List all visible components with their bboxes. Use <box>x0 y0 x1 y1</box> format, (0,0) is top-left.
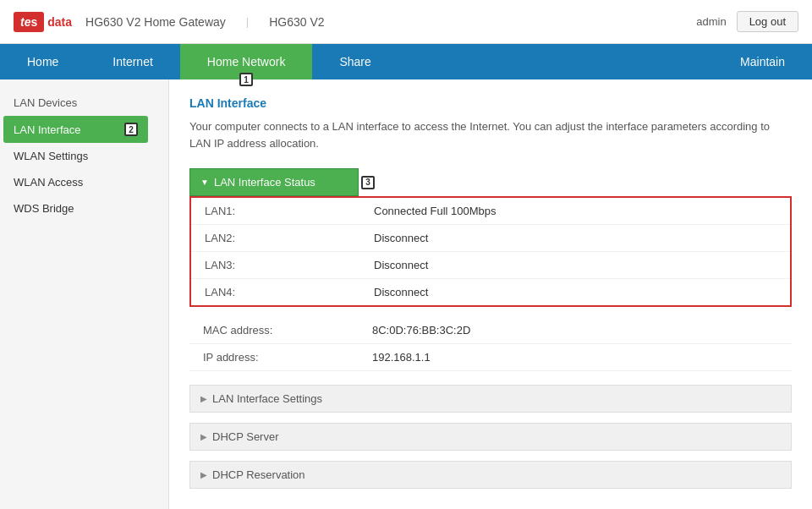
layout: LAN Devices LAN Interface 2 WLAN Setting… <box>0 79 812 509</box>
sidebar-badge-2: 2 <box>124 123 138 136</box>
lan-port-status-table: LAN1: Connected Full 100Mbps LAN2: Disco… <box>189 196 792 307</box>
sidebar-item-lan-devices[interactable]: LAN Devices <box>0 90 168 116</box>
lan-interface-status-header[interactable]: ▼ LAN Interface Status 3 <box>189 168 359 196</box>
nav-item-maintain[interactable]: Maintain <box>713 44 812 79</box>
header-title: HG630 V2 Home Gateway <box>85 15 226 29</box>
sidebar-item-wds-bridge[interactable]: WDS Bridge <box>0 195 168 222</box>
logo-te: te <box>20 15 30 29</box>
nav-item-share[interactable]: Share <box>312 44 398 79</box>
dhcp-expand-arrow: ▶ <box>200 432 207 441</box>
lan4-label: LAN4: <box>205 286 374 298</box>
lan-interface-status-section: ▼ LAN Interface Status 3 LAN1: Connected… <box>189 168 792 371</box>
lan-interface-settings-section: ▶ LAN Interface Settings <box>189 385 792 413</box>
lan4-row: LAN4: Disconnect <box>191 279 790 305</box>
lan3-value: Disconnect <box>374 259 428 271</box>
settings-expand-arrow: ▶ <box>200 394 207 403</box>
lan2-row: LAN2: Disconnect <box>191 225 790 252</box>
lan-interface-settings-header[interactable]: ▶ LAN Interface Settings <box>189 385 792 413</box>
ip-value: 192.168.1.1 <box>372 351 431 364</box>
nav-item-home[interactable]: Home <box>0 44 85 79</box>
admin-label: admin <box>696 15 726 28</box>
nav-badge-1: 1 <box>239 73 253 86</box>
header-left: tes data HG630 V2 Home Gateway | HG630 V… <box>14 12 325 32</box>
lan3-row: LAN3: Disconnect <box>191 252 790 279</box>
mac-value: 8C:0D:76:BB:3C:2D <box>372 324 470 337</box>
sidebar-item-wlan-settings[interactable]: WLAN Settings <box>0 143 168 169</box>
lan1-row: LAN1: Connected Full 100Mbps <box>191 198 790 225</box>
settings-header-label: LAN Interface Settings <box>212 392 322 405</box>
lan3-label: LAN3: <box>205 259 374 271</box>
dhcp-reservation-header-label: DHCP Reservation <box>212 468 305 481</box>
logout-button[interactable]: Log out <box>737 11 798 32</box>
header: tes data HG630 V2 Home Gateway | HG630 V… <box>0 0 812 44</box>
mac-address-row: MAC address: 8C:0D:76:BB:3C:2D <box>189 317 792 344</box>
sidebar: LAN Devices LAN Interface 2 WLAN Setting… <box>0 79 169 509</box>
status-collapse-arrow: ▼ <box>200 178 209 187</box>
lan1-label: LAN1: <box>205 205 374 217</box>
logo: tes data <box>14 12 72 32</box>
dhcp-server-header[interactable]: ▶ DHCP Server <box>189 423 792 451</box>
sidebar-item-wlan-access[interactable]: WLAN Access <box>0 169 168 195</box>
mac-label: MAC address: <box>203 324 372 337</box>
main-content: LAN Interface Your computer connects to … <box>169 79 812 509</box>
section-badge-3: 3 <box>361 176 375 189</box>
page-description: Your computer connects to a LAN interfac… <box>189 118 792 151</box>
dhcp-server-section: ▶ DHCP Server <box>189 423 792 451</box>
lan2-value: Disconnect <box>374 232 428 244</box>
nav-item-internet[interactable]: Internet <box>85 44 179 79</box>
lan1-value: Connected Full 100Mbps <box>374 205 497 217</box>
dhcp-reservation-header[interactable]: ▶ DHCP Reservation <box>189 461 792 489</box>
lan2-label: LAN2: <box>205 232 374 244</box>
status-header-label: LAN Interface Status <box>214 176 315 189</box>
header-right: admin Log out <box>696 11 798 32</box>
nav-item-home-network[interactable]: Home Network 1 <box>180 44 313 79</box>
page-title: LAN Interface <box>189 96 792 110</box>
ip-address-row: IP address: 192.168.1.1 <box>189 344 792 371</box>
dhcp-header-label: DHCP Server <box>212 430 279 443</box>
main-nav: Home Internet Home Network 1 Share Maint… <box>0 44 812 79</box>
header-divider: | <box>246 15 249 28</box>
ip-label: IP address: <box>203 351 372 364</box>
logo-s: s <box>30 15 37 29</box>
dhcp-reservation-section: ▶ DHCP Reservation <box>189 461 792 489</box>
logo-box: tes <box>14 12 44 32</box>
header-model: HG630 V2 <box>269 15 324 29</box>
dhcp-reservation-expand-arrow: ▶ <box>200 470 207 479</box>
sidebar-item-lan-interface[interactable]: LAN Interface 2 <box>3 116 148 143</box>
lan4-value: Disconnect <box>374 286 428 298</box>
logo-data-text: data <box>47 15 72 29</box>
